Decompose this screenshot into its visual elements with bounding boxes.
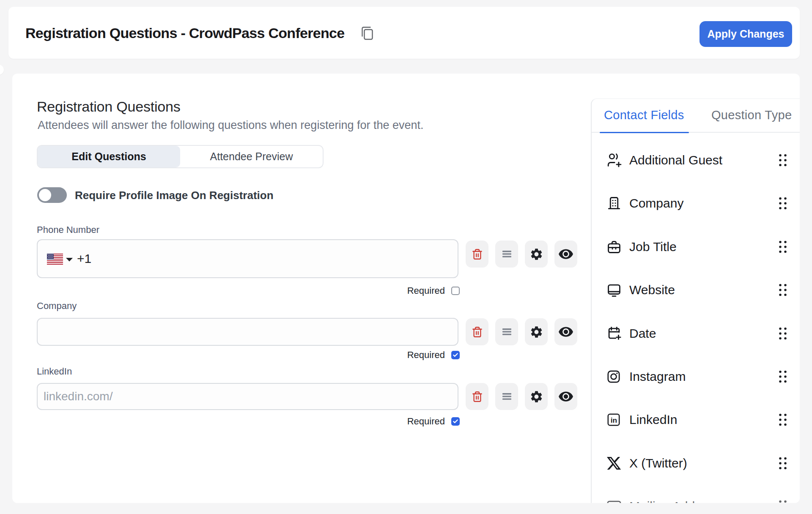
svg-text:in: in [611,416,617,424]
